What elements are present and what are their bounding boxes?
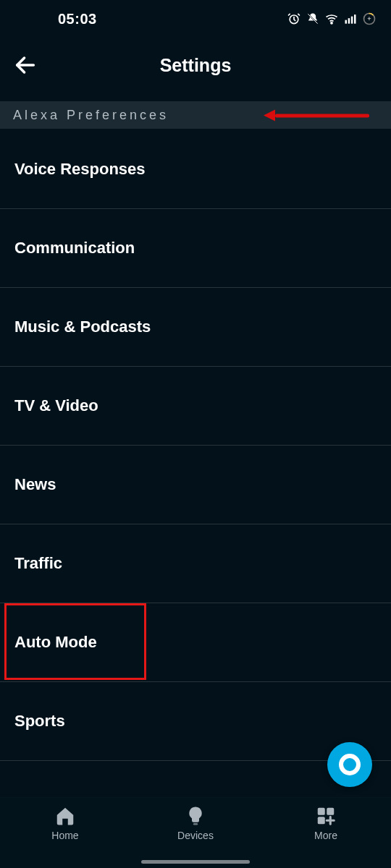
bulb-icon	[185, 805, 206, 827]
svg-rect-4	[351, 17, 353, 24]
status-time: 05:03	[58, 11, 97, 27]
section-header-alexa-preferences: Alexa Preferences	[0, 101, 391, 129]
svg-rect-10	[327, 808, 334, 815]
wifi-icon	[324, 12, 339, 26]
settings-item-traffic[interactable]: Traffic	[0, 524, 391, 603]
settings-item-music-podcasts[interactable]: Music & Podcasts	[0, 288, 391, 367]
nav-home[interactable]: Home	[22, 805, 109, 841]
arrow-left-icon	[13, 53, 38, 77]
item-label: Auto Mode	[14, 633, 97, 652]
back-button[interactable]	[0, 43, 51, 87]
item-label: Voice Responses	[14, 160, 146, 179]
svg-rect-3	[348, 18, 350, 23]
settings-item-communication[interactable]: Communication	[0, 209, 391, 288]
item-label: Traffic	[14, 554, 62, 573]
alarm-icon	[287, 12, 301, 26]
grid-plus-icon	[315, 805, 337, 827]
nav-label: Devices	[177, 830, 214, 841]
nav-label: Home	[51, 830, 78, 841]
settings-item-voice-responses[interactable]: Voice Responses	[0, 130, 391, 209]
settings-item-news[interactable]: News	[0, 446, 391, 524]
alexa-ring-icon	[339, 754, 361, 775]
settings-item-tv-video[interactable]: TV & Video	[0, 367, 391, 446]
signal-icon	[343, 12, 358, 26]
bottom-nav: Home Devices More	[0, 797, 391, 868]
svg-rect-11	[318, 817, 325, 824]
svg-text:+: +	[367, 15, 371, 22]
alexa-fab-button[interactable]	[327, 742, 372, 787]
status-icons: +	[287, 12, 377, 26]
item-label: TV & Video	[14, 396, 98, 415]
settings-list: Voice Responses Communication Music & Po…	[0, 130, 391, 797]
nav-devices[interactable]: Devices	[152, 805, 239, 841]
mute-icon	[306, 12, 320, 26]
svg-point-1	[331, 22, 332, 24]
svg-rect-8	[193, 823, 198, 825]
item-label: News	[14, 475, 56, 494]
nav-more[interactable]: More	[282, 805, 369, 841]
svg-rect-2	[345, 20, 348, 24]
section-title: Alexa Preferences	[13, 108, 169, 123]
svg-rect-5	[354, 14, 356, 23]
home-icon	[54, 805, 76, 827]
nav-label: More	[314, 830, 337, 841]
app-header: Settings	[0, 43, 391, 87]
settings-item-auto-mode[interactable]: Auto Mode	[0, 603, 391, 682]
item-label: Communication	[14, 239, 135, 258]
home-indicator	[141, 860, 250, 864]
item-label: Music & Podcasts	[14, 318, 151, 336]
status-bar: 05:03 +	[0, 0, 391, 38]
page-title: Settings	[0, 55, 391, 76]
item-label: Sports	[14, 712, 65, 731]
battery-icon: +	[362, 12, 377, 26]
annotation-arrow	[264, 108, 369, 123]
svg-rect-9	[318, 808, 325, 815]
